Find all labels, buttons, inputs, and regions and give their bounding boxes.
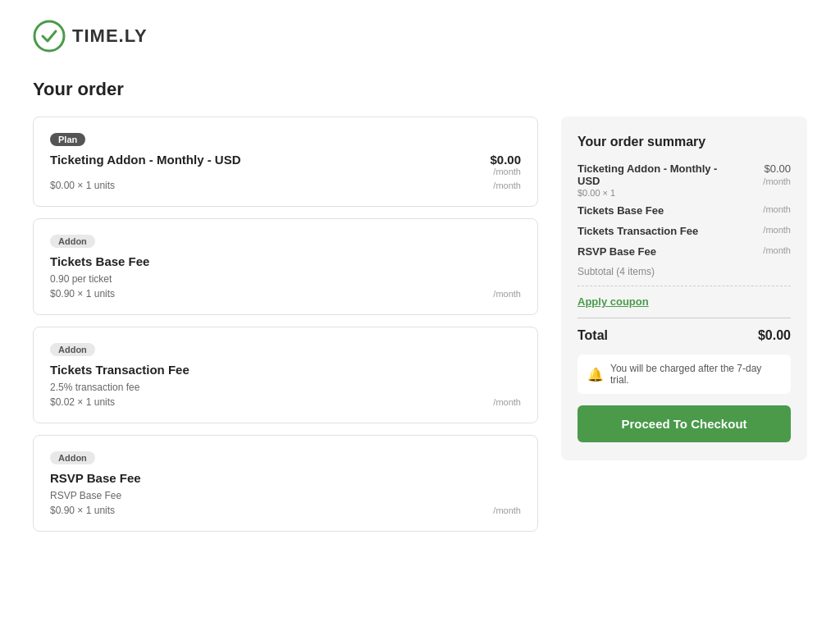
card-units-plan: $0.00 × 1 units /month: [50, 180, 521, 191]
summary-period-2: /month: [763, 204, 791, 214]
badge-addon-2: Addon: [50, 343, 95, 356]
summary-period-4: /month: [763, 245, 791, 255]
order-summary: Your order summary Ticketing Addon - Mon…: [561, 117, 807, 460]
card-price-plan: $0.00 /month: [490, 153, 521, 176]
logo-icon: [33, 20, 66, 53]
summary-divider: [578, 286, 791, 286]
price-amount-plan: $0.00: [490, 153, 521, 167]
card-title-plan: Ticketing Addon - Monthly - USD: [50, 153, 241, 167]
order-items-list: Plan Ticketing Addon - Monthly - USD $0.…: [33, 117, 538, 532]
card-header-tickets-base: Tickets Base Fee: [50, 254, 521, 272]
summary-item-2: Tickets Base Fee /month: [578, 204, 791, 217]
card-header-transaction-fee: Tickets Transaction Fee: [50, 363, 521, 380]
summary-sub-1: $0.00 × 1: [578, 188, 791, 198]
units-period-plan: /month: [493, 181, 521, 190]
card-header-rsvp: RSVP Base Fee: [50, 471, 521, 488]
summary-price-1: $0.00/month: [742, 162, 791, 187]
badge-addon-3: Addon: [50, 451, 95, 464]
subtotal-text: Subtotal (4 items): [578, 266, 791, 277]
card-info-plan: Ticketing Addon - Monthly - USD: [50, 153, 241, 170]
logo: TIME.LY: [33, 20, 807, 53]
units-period-transaction-fee: /month: [493, 397, 521, 407]
order-card-plan: Plan Ticketing Addon - Monthly - USD $0.…: [33, 117, 538, 207]
badge-addon-1: Addon: [50, 235, 95, 248]
summary-row-1: Ticketing Addon - Monthly -USD $0.00/mon…: [578, 162, 791, 187]
units-period-tickets-base: /month: [493, 289, 521, 299]
card-header-plan: Ticketing Addon - Monthly - USD $0.00 /m…: [50, 153, 521, 176]
units-text-transaction-fee: $0.02 × 1 units: [50, 396, 115, 408]
card-detail-tickets-base: 0.90 per ticket: [50, 273, 521, 285]
card-info-transaction-fee: Tickets Transaction Fee: [50, 363, 189, 380]
units-text-plan: $0.00 × 1 units: [50, 180, 115, 191]
proceed-to-checkout-button[interactable]: Proceed To Checkout: [578, 405, 791, 442]
order-card-tickets-base: Addon Tickets Base Fee 0.90 per ticket $…: [33, 218, 538, 315]
summary-title: Your order summary: [578, 135, 791, 149]
card-title-transaction-fee: Tickets Transaction Fee: [50, 363, 189, 377]
units-text-tickets-base: $0.90 × 1 units: [50, 288, 115, 300]
main-content: Plan Ticketing Addon - Monthly - USD $0.…: [33, 117, 807, 532]
order-card-rsvp: Addon RSVP Base Fee RSVP Base Fee $0.90 …: [33, 435, 538, 532]
units-period-rsvp: /month: [493, 505, 521, 515]
summary-label-4: RSVP Base Fee: [578, 245, 763, 258]
page-title: Your order: [33, 79, 807, 100]
card-units-rsvp: $0.90 × 1 units /month: [50, 505, 521, 516]
page-container: TIME.LY Your order Plan Ticketing Addon …: [0, 0, 840, 551]
svg-point-0: [34, 21, 64, 51]
card-units-tickets-base: $0.90 × 1 units /month: [50, 288, 521, 300]
total-label: Total: [578, 328, 608, 343]
summary-item-4: RSVP Base Fee /month: [578, 245, 791, 258]
card-title-rsvp: RSVP Base Fee: [50, 471, 141, 485]
card-detail-rsvp: RSVP Base Fee: [50, 490, 521, 501]
card-info-tickets-base: Tickets Base Fee: [50, 254, 149, 272]
summary-period-3: /month: [763, 225, 791, 235]
summary-item-1: Ticketing Addon - Monthly -USD $0.00/mon…: [578, 162, 791, 198]
apply-coupon-button[interactable]: Apply coupon: [578, 295, 649, 308]
summary-label-3: Tickets Transaction Fee: [578, 225, 763, 237]
card-info-rsvp: RSVP Base Fee: [50, 471, 141, 488]
summary-label-1: Ticketing Addon - Monthly -USD: [578, 162, 742, 187]
summary-total-row: Total $0.00: [578, 318, 791, 343]
units-text-rsvp: $0.90 × 1 units: [50, 505, 115, 516]
summary-item-3: Tickets Transaction Fee /month: [578, 225, 791, 237]
badge-plan: Plan: [50, 133, 85, 146]
bell-icon: 🔔: [587, 367, 604, 382]
card-units-transaction-fee: $0.02 × 1 units /month: [50, 396, 521, 408]
order-card-transaction-fee: Addon Tickets Transaction Fee 2.5% trans…: [33, 327, 538, 423]
logo-text: TIME.LY: [72, 25, 148, 47]
price-period-plan: /month: [490, 167, 521, 176]
trial-notice-text: You will be charged after the 7-day tria…: [610, 363, 781, 386]
card-detail-transaction-fee: 2.5% transaction fee: [50, 382, 521, 393]
total-amount: $0.00: [758, 328, 791, 343]
card-title-tickets-base: Tickets Base Fee: [50, 254, 149, 268]
trial-notice: 🔔 You will be charged after the 7-day tr…: [578, 354, 791, 394]
summary-label-2: Tickets Base Fee: [578, 204, 763, 217]
